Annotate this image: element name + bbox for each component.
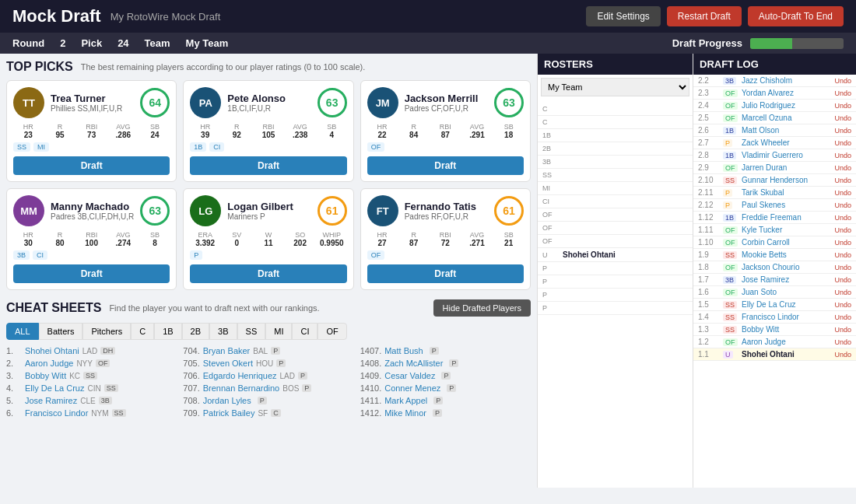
undo-pick-button[interactable]: Undo — [834, 189, 851, 197]
player-name-link[interactable]: Zach McAllister — [384, 359, 443, 368]
undo-pick-button[interactable]: Undo — [834, 177, 851, 184]
log-player-name[interactable]: Jose Ramirez — [742, 275, 831, 284]
restart-draft-button[interactable]: Restart Draft — [667, 6, 742, 26]
position-tab-1b[interactable]: 1B — [154, 323, 181, 340]
stat-value: 24 — [140, 131, 170, 139]
log-player-name[interactable]: Shohei Ohtani — [742, 350, 831, 359]
log-player-name[interactable]: Julio Rodriguez — [742, 101, 831, 110]
player-name-link[interactable]: Patrick Bailey — [203, 408, 255, 418]
log-player-name[interactable]: Gunnar Henderson — [742, 176, 831, 184]
log-player-name[interactable]: Vladimir Guerrero — [742, 151, 831, 159]
undo-pick-button[interactable]: Undo — [834, 164, 851, 172]
pick-card-3: MM Manny Machado Padres 3B,CI,IF,DH,U,R … — [6, 188, 177, 290]
log-player-name[interactable]: Corbin Carroll — [742, 238, 831, 247]
position-tab-batters[interactable]: Batters — [39, 323, 83, 340]
undo-pick-button[interactable]: Undo — [834, 351, 851, 359]
log-player-name[interactable]: Paul Skenes — [742, 201, 831, 209]
position-tab-mi[interactable]: MI — [265, 323, 292, 340]
log-player-name[interactable]: Jarren Duran — [742, 163, 831, 172]
undo-pick-button[interactable]: Undo — [834, 214, 851, 222]
main-layout: TOP PICKS The best remaining players acc… — [0, 54, 856, 488]
log-player-name[interactable]: Mookie Betts — [742, 250, 831, 259]
player-name-link[interactable]: Cesar Valdez — [384, 371, 435, 380]
log-player-name[interactable]: Elly De La Cruz — [742, 300, 831, 309]
player-name-link[interactable]: Jose Ramirez — [25, 396, 77, 405]
draft-player-button[interactable]: Draft — [13, 264, 170, 283]
player-name-link[interactable]: Mike Minor — [384, 408, 426, 418]
log-player-name[interactable]: Jazz Chisholm — [742, 76, 831, 85]
player-name-link[interactable]: Edgardo Henriquez — [203, 371, 277, 380]
roster-slot: P — [538, 302, 693, 315]
cheat-item: 4. Elly De La Cruz CIN SS — [6, 382, 177, 394]
undo-pick-button[interactable]: Undo — [834, 114, 851, 122]
log-player-name[interactable]: Marcell Ozuna — [742, 114, 831, 122]
player-name-link[interactable]: Matt Bush — [384, 346, 423, 355]
draft-log-panel: DRAFT LOG 2.2 3B Jazz Chisholm Undo 2.3 … — [693, 54, 856, 488]
player-name-link[interactable]: Mark Appel — [384, 396, 427, 405]
stat-value: 27 — [367, 239, 398, 247]
undo-pick-button[interactable]: Undo — [834, 313, 851, 321]
player-name-link[interactable]: Aaron Judge — [25, 359, 73, 368]
position-tab-pitchers[interactable]: Pitchers — [82, 323, 131, 340]
player-name-link[interactable]: Steven Okert — [203, 359, 253, 368]
log-player-name[interactable]: Zack Wheeler — [742, 138, 831, 147]
player-name-link[interactable]: Shohei Ohtani — [25, 346, 79, 355]
player-name-link[interactable]: Conner Menez — [384, 383, 440, 393]
player-name-link[interactable]: Bobby Witt — [25, 371, 66, 380]
undo-pick-button[interactable]: Undo — [834, 226, 851, 234]
position-tab-all[interactable]: ALL — [6, 323, 39, 340]
stat-label: HR — [13, 123, 44, 131]
roster-team-dropdown[interactable]: My Team — [541, 78, 689, 96]
undo-pick-button[interactable]: Undo — [834, 251, 851, 259]
draft-player-button[interactable]: Draft — [13, 156, 170, 175]
hide-drafted-button[interactable]: Hide Drafted Players — [433, 299, 531, 317]
position-tab-2b[interactable]: 2B — [182, 323, 209, 340]
log-player-name[interactable]: Aaron Judge — [742, 338, 831, 346]
undo-pick-button[interactable]: Undo — [834, 264, 851, 271]
player-name-link[interactable]: Elly De La Cruz — [25, 383, 84, 393]
position-tab-3b[interactable]: 3B — [209, 323, 237, 340]
undo-pick-button[interactable]: Undo — [834, 289, 851, 296]
draft-player-button[interactable]: Draft — [190, 264, 346, 283]
position-tab-ss[interactable]: SS — [237, 323, 266, 340]
undo-pick-button[interactable]: Undo — [834, 301, 851, 309]
position-tab-ci[interactable]: CI — [292, 323, 317, 340]
undo-pick-button[interactable]: Undo — [834, 338, 851, 346]
position-tab-of[interactable]: OF — [317, 323, 346, 340]
position-tab-c[interactable]: C — [131, 323, 154, 340]
stat-col: SB4 — [317, 123, 347, 139]
player-name-link[interactable]: Bryan Baker — [203, 346, 251, 355]
log-player-name[interactable]: Matt Olson — [742, 126, 831, 135]
auto-draft-button[interactable]: Auto-Draft To End — [748, 6, 844, 26]
log-player-name[interactable]: Tarik Skubal — [742, 188, 831, 197]
undo-pick-button[interactable]: Undo — [834, 201, 851, 209]
undo-pick-button[interactable]: Undo — [834, 139, 851, 147]
draft-player-button[interactable]: Draft — [190, 156, 346, 175]
log-player-name[interactable]: Francisco Lindor — [742, 313, 831, 321]
log-player-name[interactable]: Kyle Tucker — [742, 226, 831, 234]
undo-pick-button[interactable]: Undo — [834, 77, 851, 85]
player-position: Phillies SS,MI,IF,U,R — [51, 104, 134, 113]
undo-pick-button[interactable]: Undo — [834, 152, 851, 159]
log-player-name[interactable]: Juan Soto — [742, 288, 831, 296]
edit-settings-button[interactable]: Edit Settings — [586, 6, 660, 26]
undo-pick-button[interactable]: Undo — [834, 127, 851, 135]
undo-pick-button[interactable]: Undo — [834, 102, 851, 110]
player-name-link[interactable]: Jordan Lyles — [203, 396, 251, 405]
undo-pick-button[interactable]: Undo — [834, 276, 851, 284]
stat-value: .286 — [108, 131, 139, 139]
pick-info: Jackson Merrill Padres CF,OF,U,R — [405, 93, 488, 113]
player-name-link[interactable]: Francisco Lindor — [25, 408, 88, 418]
roster-player-name[interactable]: Shohei Ohtani — [563, 250, 616, 259]
log-player-name[interactable]: Bobby Witt — [742, 325, 831, 334]
draft-player-button[interactable]: Draft — [367, 264, 524, 283]
undo-pick-button[interactable]: Undo — [834, 326, 851, 334]
log-player-name[interactable]: Yordan Alvarez — [742, 89, 831, 97]
log-player-name[interactable]: Jackson Chourio — [742, 263, 831, 271]
draft-player-button[interactable]: Draft — [367, 156, 524, 175]
undo-pick-button[interactable]: Undo — [834, 89, 851, 97]
player-name-link[interactable]: Brennan Bernardino — [203, 383, 279, 393]
stat-value: .271 — [462, 239, 493, 247]
undo-pick-button[interactable]: Undo — [834, 239, 851, 247]
log-player-name[interactable]: Freddie Freeman — [742, 213, 831, 222]
